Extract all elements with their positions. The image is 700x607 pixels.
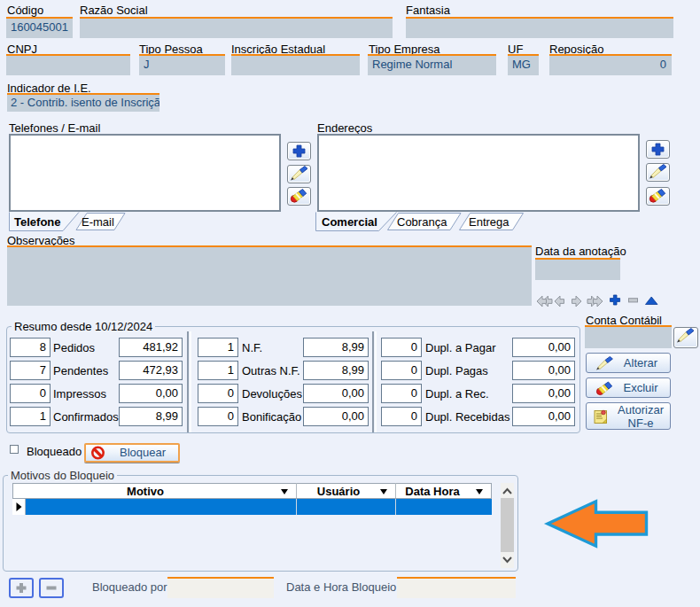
svg-text:Comercial: Comercial xyxy=(322,215,377,229)
svg-text:Telefone: Telefone xyxy=(14,215,61,229)
svg-text:Cobrança: Cobrança xyxy=(397,215,447,229)
svg-text:E-mail: E-mail xyxy=(82,215,114,229)
svg-text:Entrega: Entrega xyxy=(469,215,509,229)
